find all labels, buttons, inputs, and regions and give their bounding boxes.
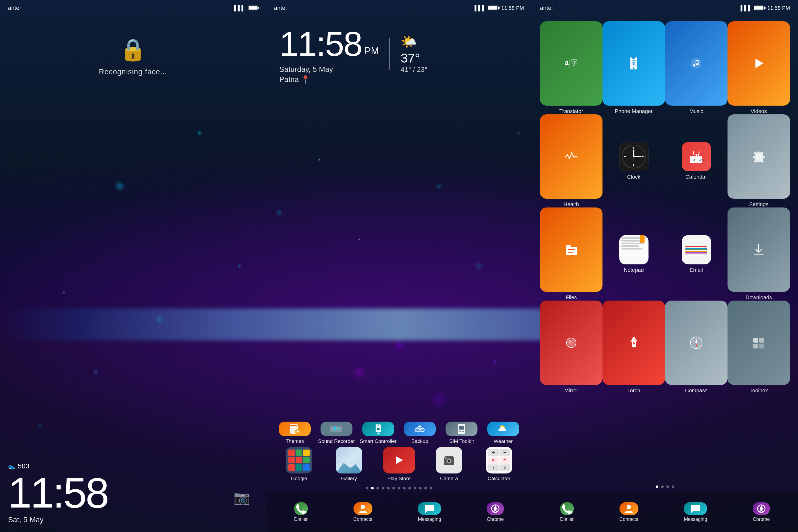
app-sound-recorder[interactable]: Sound Recorder (321, 422, 353, 444)
svg-rect-81 (759, 338, 764, 343)
drawer-calendar[interactable]: 31 M T W T Calendar (665, 114, 727, 208)
drawer-torch[interactable]: Torch (603, 301, 665, 394)
svg-point-45 (696, 63, 698, 65)
camera-shortcut[interactable]: 📷 (233, 490, 250, 506)
drawer-dock-dialler[interactable]: Dialler (560, 502, 574, 522)
drawer-dock-chrome[interactable]: Chrome (753, 502, 770, 522)
svg-rect-22 (459, 426, 464, 430)
svg-text:M T W T: M T W T (692, 158, 705, 162)
videos-icon[interactable] (727, 21, 790, 106)
phone-manager-label: Phone Manager (615, 108, 652, 114)
settings-icon[interactable] (727, 114, 790, 199)
app-themes[interactable]: Themes (279, 422, 311, 444)
app-camera[interactable]: Camera (433, 447, 465, 481)
app-smart-controller[interactable]: Smart Controller (362, 422, 394, 444)
downloads-icon[interactable] (727, 208, 790, 292)
drawer-dock-contacts-icon[interactable] (620, 502, 639, 515)
dock-dialler-label: Dialler (294, 517, 308, 522)
backup-icon[interactable] (404, 422, 436, 436)
notepad-label: Notepad (624, 267, 644, 273)
app-gallery[interactable]: Gallery (333, 447, 365, 481)
weather-temperature: 37° (401, 51, 420, 65)
drawer-notepad[interactable]: Notepad (603, 208, 665, 301)
toolbox-icon[interactable] (727, 301, 790, 385)
clock-icon[interactable] (619, 142, 648, 171)
dock-chrome-label: Chrome (487, 517, 504, 522)
dock-contacts[interactable]: Contacts (354, 502, 373, 522)
camera-icon[interactable] (436, 447, 462, 474)
drawer-music[interactable]: Music (665, 21, 727, 114)
sim-toolkit-icon[interactable] (445, 422, 477, 436)
drawer-dock-messaging-icon[interactable] (684, 502, 707, 515)
svg-rect-83 (759, 344, 764, 348)
sound-recorder-icon[interactable] (321, 422, 353, 436)
drawer-app-grid: a 字 Translator Phon (532, 16, 798, 492)
drawer-health[interactable]: Health (540, 114, 603, 208)
lock-date: Sat, 5 May (8, 515, 258, 524)
drawer-mirror[interactable]: Mirror (540, 301, 603, 394)
weather-label: Weather (494, 438, 513, 444)
drawer-dock-dialler-icon[interactable] (560, 502, 574, 515)
drawer-translator[interactable]: a 字 Translator (540, 21, 603, 114)
app-sim-toolkit[interactable]: SIM Toolkit (445, 422, 477, 444)
status-icons-panel3: ▌▌▌ 11:58 PM (741, 5, 790, 11)
calendar-icon[interactable]: 31 M T W T (682, 142, 711, 171)
compass-icon[interactable]: N (665, 301, 727, 385)
panel-home: airtel ▌▌▌ 11:58 PM 11:58PM Saturday, 5 … (266, 0, 532, 532)
app-calculator[interactable]: + − × = 1 2 Calculator (483, 447, 515, 481)
svg-text:N: N (696, 336, 697, 338)
drawer-compass[interactable]: N Compass (665, 301, 727, 394)
files-icon[interactable] (540, 208, 603, 292)
svg-point-43 (691, 58, 701, 69)
google-icon[interactable] (286, 447, 312, 474)
drawer-dock-chrome-icon[interactable] (753, 502, 770, 515)
svg-rect-82 (753, 344, 758, 348)
dock-dialler-icon[interactable] (294, 502, 308, 515)
dock-messaging-icon[interactable] (418, 502, 441, 515)
music-icon[interactable] (665, 21, 727, 106)
dock-panel2: Dialler Contacts Messaging (266, 492, 532, 532)
torch-icon[interactable] (603, 301, 665, 385)
notepad-icon[interactable] (619, 235, 648, 264)
drawer-toolbox[interactable]: Toolbox (727, 301, 790, 394)
dock-chrome[interactable]: Chrome (487, 502, 504, 522)
calc-num1: 1 (488, 464, 499, 471)
calculator-icon[interactable]: + − × = 1 2 (486, 447, 512, 474)
dock-messaging[interactable]: Messaging (418, 502, 441, 522)
dot-4 (382, 487, 384, 490)
phone-manager-icon[interactable] (603, 21, 665, 106)
smart-controller-icon[interactable] (362, 422, 394, 436)
email-icon[interactable] (682, 235, 711, 264)
dock-chrome-icon[interactable] (487, 502, 504, 515)
drawer-files[interactable]: Files (540, 208, 603, 301)
drawer-clock[interactable]: Clock (603, 114, 665, 208)
battery-icon-panel2 (488, 5, 498, 11)
drawer-dock-contacts[interactable]: Contacts (620, 502, 639, 522)
drawer-settings[interactable]: Settings (727, 114, 790, 208)
mirror-icon[interactable] (540, 301, 603, 385)
drawer-email[interactable]: Email (665, 208, 727, 301)
app-weather[interactable]: Weather (487, 422, 519, 444)
drawer-downloads[interactable]: Downloads (727, 208, 790, 301)
music-label: Music (689, 108, 703, 114)
dot-8 (403, 487, 406, 490)
svg-point-42 (633, 63, 635, 65)
translator-icon[interactable]: a 字 (540, 21, 603, 106)
app-backup[interactable]: Backup (404, 422, 436, 444)
themes-label: Themes (286, 438, 304, 444)
gallery-icon[interactable] (336, 447, 362, 474)
dot-6 (392, 487, 395, 490)
app-play-store[interactable]: Play Store (383, 447, 415, 481)
health-icon[interactable] (540, 114, 603, 199)
p3-dot-2 (661, 486, 664, 488)
app-google[interactable]: Google (283, 447, 315, 481)
drawer-videos[interactable]: Videos (727, 21, 790, 114)
dock-contacts-icon[interactable] (354, 502, 373, 515)
play-store-icon[interactable] (383, 447, 415, 474)
weather-icon[interactable] (487, 422, 519, 436)
dock-dialler[interactable]: Dialler (294, 502, 308, 522)
drawer-dock-messaging[interactable]: Messaging (684, 502, 707, 522)
drawer-phone-manager[interactable]: Phone Manager (603, 21, 665, 114)
clock-hours: 11:58 (279, 24, 362, 63)
themes-icon[interactable] (279, 422, 311, 436)
